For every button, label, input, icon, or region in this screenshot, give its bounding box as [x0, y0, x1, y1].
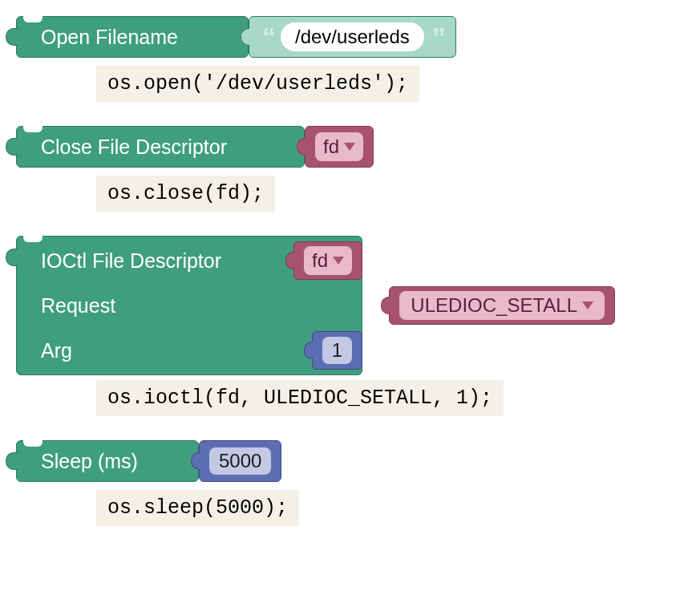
close-quote-icon: ” — [432, 23, 443, 51]
open-filename-head[interactable]: Open Filename — [16, 16, 249, 58]
ioctl-arg-value-block[interactable]: 1 — [312, 331, 362, 370]
open-filename-string-arg[interactable]: “ /dev/userleds ” — [249, 16, 456, 58]
ioctl-arg-label: Arg — [41, 339, 312, 362]
close-code-output: os.close(fd); — [96, 176, 275, 212]
close-fd-head[interactable]: Close File Descriptor — [16, 126, 305, 168]
dropdown-arrow-icon — [333, 257, 344, 265]
ioctl-fd-var: fd — [312, 249, 328, 272]
open-filename-block[interactable]: Open Filename “ /dev/userleds ” os.open(… — [16, 16, 684, 113]
sleep-value-arg[interactable]: 5000 — [199, 440, 281, 482]
ioctl-arg-value[interactable]: 1 — [322, 337, 352, 364]
close-fd-dropdown[interactable]: fd — [315, 132, 363, 161]
ioctl-request-arg[interactable]: ULEDIOC_SETALL — [389, 286, 615, 325]
ioctl-block[interactable]: IOCtl File Descriptor fd Request ULEDIOC… — [16, 236, 684, 427]
ioctl-request-value: ULEDIOC_SETALL — [411, 294, 577, 317]
ioctl-label: IOCtl File Descriptor — [41, 249, 293, 273]
close-fd-label: Close File Descriptor — [41, 136, 227, 159]
ioctl-fd-arg[interactable]: fd — [293, 241, 362, 280]
sleep-code-output: os.sleep(5000); — [96, 490, 299, 526]
open-quote-icon: “ — [262, 23, 273, 51]
ioctl-fd-dropdown[interactable]: fd — [304, 246, 352, 275]
ioctl-request-label: Request — [41, 294, 389, 318]
sleep-block[interactable]: Sleep (ms) 5000 os.sleep(5000); — [16, 440, 684, 537]
dropdown-arrow-icon — [582, 301, 593, 310]
ioctl-request-dropdown[interactable]: ULEDIOC_SETALL — [399, 291, 605, 320]
close-fd-var: fd — [323, 136, 339, 158]
ioctl-code-output: os.ioctl(fd, ULEDIOC_SETALL, 1); — [96, 380, 504, 416]
open-filename-value[interactable]: /dev/userleds — [281, 22, 424, 51]
sleep-label: Sleep (ms) — [41, 450, 138, 473]
sleep-value[interactable]: 5000 — [209, 447, 271, 475]
sleep-head[interactable]: Sleep (ms) — [16, 440, 199, 482]
open-filename-label: Open Filename — [41, 26, 178, 49]
close-fd-var-arg[interactable]: fd — [305, 126, 374, 168]
open-code-output: os.open('/dev/userleds'); — [96, 66, 419, 102]
close-fd-block[interactable]: Close File Descriptor fd os.close(fd); — [16, 126, 684, 223]
dropdown-arrow-icon — [344, 143, 355, 151]
